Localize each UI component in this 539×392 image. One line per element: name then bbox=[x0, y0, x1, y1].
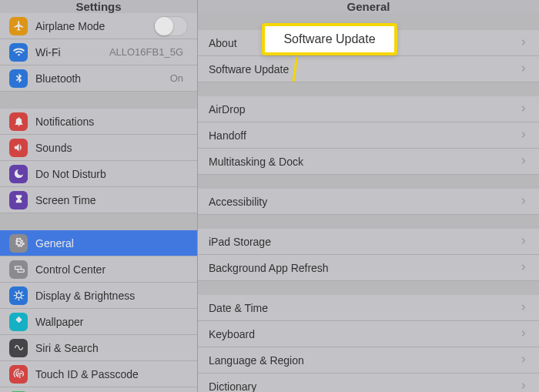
highlight-callout: Software Update bbox=[262, 23, 397, 55]
sidebar-item-airplane-mode[interactable]: Airplane Mode bbox=[0, 13, 197, 39]
gear-icon bbox=[9, 234, 28, 253]
sidebar-item-label: Siri & Search bbox=[35, 342, 188, 354]
row-label: Language & Region bbox=[209, 354, 519, 367]
sidebar-item-bluetooth[interactable]: BluetoothOn bbox=[0, 65, 197, 92]
general-row-accessibility[interactable]: Accessibility bbox=[198, 189, 539, 215]
sidebar-item-label: Sounds bbox=[35, 142, 188, 154]
wifi-icon bbox=[9, 43, 28, 62]
general-row-keyboard[interactable]: Keyboard bbox=[198, 321, 539, 347]
general-row-language-region[interactable]: Language & Region bbox=[198, 347, 539, 374]
general-row-airdrop[interactable]: AirDrop bbox=[198, 96, 539, 122]
chevron-right-icon bbox=[519, 354, 528, 367]
moon-icon bbox=[9, 165, 28, 183]
siri-icon bbox=[9, 339, 28, 357]
sidebar-item-notifications[interactable]: Notifications bbox=[0, 109, 197, 135]
chevron-right-icon bbox=[519, 63, 528, 75]
sidebar-item-general[interactable]: General bbox=[0, 230, 197, 256]
chevron-right-icon bbox=[519, 129, 528, 142]
row-label: Multitasking & Dock bbox=[209, 156, 519, 168]
sidebar-title: Settings bbox=[0, 0, 197, 13]
sidebar-item-label: Touch ID & Passcode bbox=[35, 368, 188, 380]
sidebar-item-label: General bbox=[35, 237, 188, 250]
speaker-icon bbox=[9, 139, 28, 157]
sidebar-item-label: Control Center bbox=[35, 263, 188, 276]
sidebar-item-label: Notifications bbox=[35, 116, 188, 128]
chevron-right-icon bbox=[519, 103, 528, 116]
row-label: AirDrop bbox=[209, 103, 519, 116]
sidebar-item-wallpaper[interactable]: Wallpaper bbox=[0, 309, 197, 335]
row-label: Dictionary bbox=[209, 380, 519, 393]
general-panel: General AboutSoftware UpdateAirDropHando… bbox=[198, 0, 539, 392]
sidebar-item-label: Screen Time bbox=[35, 194, 188, 206]
hourglass-icon bbox=[9, 191, 28, 209]
sidebar-item-control-center[interactable]: Control Center bbox=[0, 256, 197, 283]
switches-icon bbox=[9, 260, 28, 279]
chevron-right-icon bbox=[519, 156, 528, 168]
row-label: Handoff bbox=[209, 129, 519, 142]
row-label: Accessibility bbox=[209, 196, 519, 208]
sidebar-item-label: Airplane Mode bbox=[35, 20, 154, 32]
sidebar-item-value: ALLO16FB1_5G bbox=[109, 46, 183, 58]
general-row-dictionary[interactable]: Dictionary bbox=[198, 374, 539, 392]
sidebar-item-sounds[interactable]: Sounds bbox=[0, 135, 197, 161]
sidebar-item-label: Wi-Fi bbox=[35, 46, 109, 59]
chevron-right-icon bbox=[519, 236, 528, 248]
sidebar-item-touch-id-passcode[interactable]: Touch ID & Passcode bbox=[0, 361, 197, 387]
sidebar-item-siri-search[interactable]: Siri & Search bbox=[0, 335, 197, 361]
row-label: Software Update bbox=[209, 63, 519, 75]
chevron-right-icon bbox=[519, 302, 528, 314]
bell-icon bbox=[9, 112, 28, 131]
chevron-right-icon bbox=[519, 37, 528, 49]
general-row-multitasking-dock[interactable]: Multitasking & Dock bbox=[198, 149, 539, 175]
sidebar-item-battery[interactable]: Battery bbox=[0, 387, 197, 392]
row-label: Keyboard bbox=[209, 328, 519, 340]
general-row-handoff[interactable]: Handoff bbox=[198, 122, 539, 149]
chevron-right-icon bbox=[519, 328, 528, 340]
settings-sidebar: Settings Airplane ModeWi-FiALLO16FB1_5GB… bbox=[0, 0, 198, 392]
sidebar-item-do-not-disturb[interactable]: Do Not Disturb bbox=[0, 161, 197, 187]
chevron-right-icon bbox=[519, 262, 528, 274]
airplane-icon bbox=[9, 17, 28, 35]
bluetooth-icon bbox=[9, 69, 28, 88]
sidebar-item-label: Do Not Disturb bbox=[35, 168, 188, 180]
row-label: Background App Refresh bbox=[209, 262, 519, 274]
sidebar-item-screen-time[interactable]: Screen Time bbox=[0, 187, 197, 213]
sidebar-item-display-brightness[interactable]: Display & Brightness bbox=[0, 283, 197, 309]
sidebar-item-value: On bbox=[170, 72, 183, 84]
general-row-background-app-refresh[interactable]: Background App Refresh bbox=[198, 255, 539, 281]
airplane-mode-toggle[interactable] bbox=[154, 16, 188, 36]
general-row-date-time[interactable]: Date & Time bbox=[198, 295, 539, 321]
chevron-right-icon bbox=[519, 196, 528, 208]
brightness-icon bbox=[9, 286, 28, 305]
general-row-ipad-storage[interactable]: iPad Storage bbox=[198, 229, 539, 255]
sidebar-item-label: Display & Brightness bbox=[35, 290, 188, 302]
main-title: General bbox=[198, 0, 539, 13]
sidebar-item-label: Wallpaper bbox=[35, 316, 188, 328]
sidebar-item-wi-fi[interactable]: Wi-FiALLO16FB1_5G bbox=[0, 39, 197, 65]
chevron-right-icon bbox=[519, 380, 528, 393]
row-label: iPad Storage bbox=[209, 236, 519, 248]
row-label: Date & Time bbox=[209, 302, 519, 314]
sidebar-item-label: Bluetooth bbox=[35, 72, 170, 85]
flower-icon bbox=[9, 313, 28, 331]
fingerprint-icon bbox=[9, 365, 28, 384]
general-row-software-update[interactable]: Software Update bbox=[198, 56, 539, 82]
